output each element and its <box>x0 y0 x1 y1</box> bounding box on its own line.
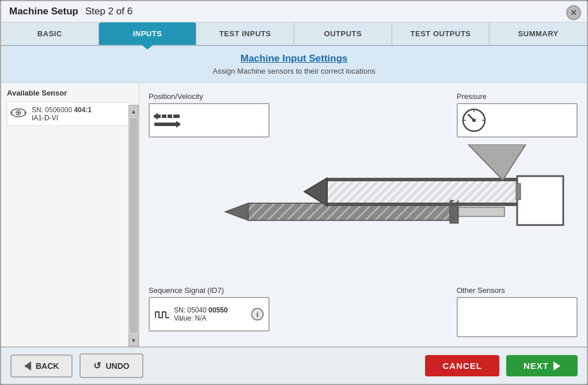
undo-button[interactable]: ↺ UNDO <box>79 353 143 378</box>
scrollbar-down-button[interactable]: ▼ <box>129 334 138 346</box>
step-indicator: Step 2 of 6 <box>85 6 132 17</box>
page-subtitle: Assign Machine sensors to their correct … <box>8 67 580 75</box>
other-sensors-label: Other Sensors <box>457 286 578 295</box>
svg-marker-6 <box>153 113 158 120</box>
svg-marker-23 <box>225 203 248 220</box>
title-bar: Machine Setup Step 2 of 6 ✕ <box>1 1 587 22</box>
svg-line-14 <box>468 115 474 120</box>
tab-test-inputs[interactable]: TEST INPUTS <box>196 22 294 45</box>
page-title: Machine Input Settings <box>8 53 580 64</box>
sensor-row-top: Position/Velocity <box>149 92 578 138</box>
svg-marker-34 <box>304 178 327 206</box>
window-title: Machine Setup <box>9 6 78 17</box>
svg-point-2 <box>17 112 20 114</box>
sensor-serial: SN: 0506000 404:1 <box>32 106 92 114</box>
tab-bar: BASIC INPUTS TEST INPUTS OUTPUTS TEST OU… <box>1 22 587 46</box>
machine-diagram <box>149 144 578 279</box>
scrollbar-up-button[interactable]: ▲ <box>129 105 138 117</box>
pressure-group: Pressure <box>457 92 578 138</box>
sidebar-scroll: SN: 0506000 404:1 IA1-D-VI <box>7 102 133 341</box>
sidebar: Available Sensor <box>1 83 139 346</box>
other-sensors-box[interactable] <box>457 297 578 337</box>
pressure-label: Pressure <box>457 92 578 101</box>
sequence-signal-info: SN: 05040 00550 Value: N/A <box>174 306 248 322</box>
svg-rect-30 <box>327 179 517 205</box>
sequence-sn: SN: 05040 00550 <box>174 306 248 314</box>
scrollbar-thumb[interactable] <box>130 118 138 333</box>
tab-inputs[interactable]: INPUTS <box>99 22 197 45</box>
next-arrow-icon <box>553 361 560 371</box>
position-velocity-box[interactable] <box>149 103 270 138</box>
svg-rect-7 <box>154 123 180 126</box>
scrollbar[interactable]: ▲ ▼ <box>128 105 139 346</box>
tab-basic[interactable]: BASIC <box>1 22 99 45</box>
svg-marker-35 <box>468 144 526 180</box>
sequence-signal-icon <box>154 306 170 322</box>
sequence-signal-group: Sequence Signal (ID7) SN: 05040 00550 Va… <box>149 286 270 331</box>
other-sensors-group: Other Sensors <box>457 286 578 337</box>
back-arrow-icon <box>24 361 31 371</box>
sensor-model: IA1-D-VI <box>32 114 92 122</box>
tab-summary[interactable]: SUMMARY <box>490 22 587 45</box>
svg-rect-33 <box>327 203 517 206</box>
sensor-icon <box>10 107 27 121</box>
sequence-signal-label: Sequence Signal (ID7) <box>149 286 270 295</box>
position-velocity-group: Position/Velocity <box>149 92 270 138</box>
position-velocity-icon <box>153 110 181 131</box>
sensor-info: SN: 0506000 404:1 IA1-D-VI <box>32 106 92 122</box>
svg-marker-8 <box>176 121 181 128</box>
svg-rect-37 <box>516 184 521 200</box>
pressure-icon <box>461 108 487 133</box>
machine-diagram-main <box>298 144 586 237</box>
undo-icon: ↺ <box>93 360 101 371</box>
back-button[interactable]: BACK <box>10 354 73 378</box>
page-header: Machine Input Settings Assign Machine se… <box>1 46 587 83</box>
svg-rect-32 <box>327 178 517 181</box>
main-content: Available Sensor <box>1 83 587 346</box>
list-item[interactable]: SN: 0506000 404:1 IA1-D-VI <box>7 102 133 126</box>
sensor-row-bottom: Sequence Signal (ID7) SN: 05040 00550 Va… <box>149 286 578 337</box>
pressure-box[interactable] <box>457 103 578 138</box>
info-button[interactable]: i <box>251 308 264 321</box>
svg-rect-36 <box>517 176 563 225</box>
tab-test-outputs[interactable]: TEST OUTPUTS <box>392 22 490 45</box>
sequence-value: Value: N/A <box>174 314 248 322</box>
sidebar-title: Available Sensor <box>7 89 133 97</box>
footer: BACK ↺ UNDO CANCEL NEXT <box>1 346 587 384</box>
next-button[interactable]: NEXT <box>506 355 578 376</box>
main-window: Machine Setup Step 2 of 6 ✕ BASIC INPUTS… <box>0 0 588 385</box>
position-velocity-label: Position/Velocity <box>149 92 270 101</box>
right-panel: Position/Velocity <box>139 83 587 346</box>
sequence-signal-box[interactable]: SN: 05040 00550 Value: N/A i <box>149 297 270 331</box>
close-button[interactable]: ✕ <box>566 5 581 20</box>
cancel-button[interactable]: CANCEL <box>425 355 499 376</box>
tab-outputs[interactable]: OUTPUTS <box>294 22 392 45</box>
